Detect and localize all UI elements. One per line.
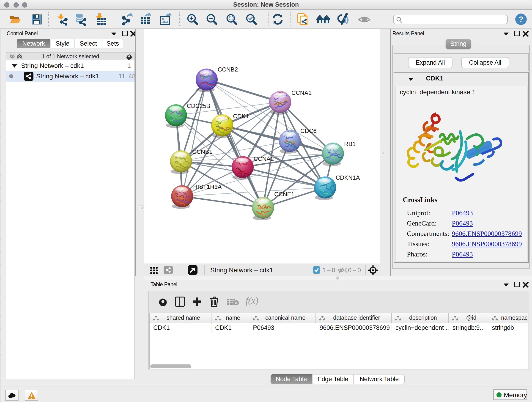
svg-text:CDC25B: CDC25B bbox=[187, 102, 210, 109]
svg-text:RB1: RB1 bbox=[344, 140, 356, 147]
svg-text:CCNB1: CCNB1 bbox=[192, 148, 212, 155]
svg-text:HIST1H1A: HIST1H1A bbox=[193, 183, 222, 190]
svg-text:CCNA2: CCNA2 bbox=[254, 155, 274, 162]
svg-text:CDC6: CDC6 bbox=[300, 128, 317, 134]
svg-text:?: ? bbox=[519, 15, 524, 23]
svg-text:CCNB2: CCNB2 bbox=[218, 66, 238, 73]
svg-text:CCNE1: CCNE1 bbox=[274, 191, 294, 198]
svg-text:CCNA1: CCNA1 bbox=[291, 89, 312, 96]
svg-text:CDK1: CDK1 bbox=[233, 113, 249, 120]
svg-text:CDKN1A: CDKN1A bbox=[336, 174, 360, 181]
